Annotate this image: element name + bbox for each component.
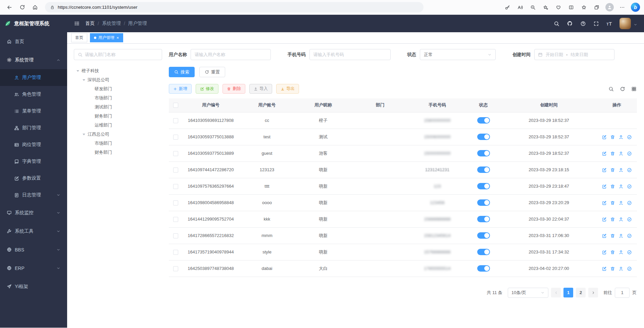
row-checkbox[interactable]: [173, 200, 178, 205]
assign-role-icon[interactable]: [627, 217, 632, 222]
address-bar[interactable]: https://ccnetcore.com:1101/system/user: [45, 2, 424, 12]
row-checkbox[interactable]: [173, 151, 178, 156]
help-icon[interactable]: [580, 21, 586, 27]
avatar-caret-icon[interactable]: [634, 23, 637, 27]
delete-icon[interactable]: [610, 135, 615, 140]
sidebar-item-menu-management[interactable]: 菜单管理: [0, 103, 67, 120]
row-checkbox[interactable]: [173, 184, 178, 189]
select-all-checkbox[interactable]: [173, 103, 178, 108]
reset-password-icon[interactable]: [618, 233, 624, 238]
browser-essentials-button[interactable]: [552, 2, 564, 13]
phone-input[interactable]: [309, 49, 391, 60]
page-size-select[interactable]: 10条/页: [508, 288, 548, 298]
tree-node[interactable]: 研发部门: [74, 84, 162, 93]
columns-icon[interactable]: [631, 86, 637, 92]
edit-icon[interactable]: [602, 250, 607, 255]
assign-role-icon[interactable]: [627, 168, 632, 173]
delete-icon[interactable]: [610, 250, 615, 255]
reset-password-icon[interactable]: [618, 200, 624, 205]
tree-node[interactable]: 橙子科技: [74, 66, 162, 75]
export-button[interactable]: 导出: [276, 84, 299, 94]
sidebar-item-yi-framework[interactable]: Yi框架: [0, 277, 67, 296]
collections-button[interactable]: [591, 2, 603, 13]
row-checkbox[interactable]: [173, 118, 178, 123]
reset-password-icon[interactable]: [618, 266, 624, 271]
assign-role-icon[interactable]: [627, 151, 632, 156]
row-checkbox[interactable]: [173, 168, 178, 173]
edit-icon[interactable]: [602, 151, 607, 156]
assign-role-icon[interactable]: [627, 233, 632, 238]
status-select[interactable]: 正常: [420, 49, 496, 60]
import-button[interactable]: 导入: [249, 84, 272, 94]
row-checkbox[interactable]: [173, 233, 178, 238]
tree-node[interactable]: 财务部门: [74, 148, 162, 157]
close-icon[interactable]: ×: [116, 36, 119, 40]
row-checkbox[interactable]: [173, 217, 178, 222]
sidebar-item-dept-management[interactable]: 部门管理: [0, 120, 67, 136]
page-button-1[interactable]: 1: [563, 288, 573, 297]
status-toggle[interactable]: [477, 232, 490, 239]
row-checkbox[interactable]: [173, 135, 178, 140]
browser-back-button[interactable]: [3, 2, 15, 13]
tab-user-management[interactable]: 用户管理×: [90, 33, 123, 42]
sidebar-toggle-icon[interactable]: [74, 20, 80, 27]
browser-refresh-button[interactable]: [16, 2, 28, 13]
reset-password-icon[interactable]: [618, 151, 624, 156]
sidebar-item-dict-management[interactable]: 字典管理: [0, 153, 67, 170]
assign-role-icon[interactable]: [627, 266, 632, 271]
browser-home-button[interactable]: [29, 2, 41, 13]
reset-button[interactable]: 重置: [199, 67, 225, 77]
tree-node[interactable]: 运维部门: [74, 121, 162, 130]
breadcrumb-item[interactable]: 首页: [85, 20, 95, 27]
assign-role-icon[interactable]: [627, 184, 632, 189]
breadcrumb-item[interactable]: 系统管理: [102, 20, 121, 27]
edit-icon[interactable]: [602, 217, 607, 222]
search-button[interactable]: 搜索: [169, 67, 195, 77]
sidebar-item-system-monitor[interactable]: 系统监控: [0, 203, 67, 222]
browser-menu-button[interactable]: [616, 2, 628, 13]
sidebar-item-param-settings[interactable]: 参数设置: [0, 170, 67, 187]
delete-icon[interactable]: [610, 200, 615, 205]
assign-role-icon[interactable]: [627, 250, 632, 255]
tree-node[interactable]: 深圳总公司: [74, 75, 162, 84]
edit-button[interactable]: 修改: [196, 84, 218, 94]
tree-node[interactable]: 测试部门: [74, 102, 162, 111]
toggle-search-icon[interactable]: [608, 86, 614, 92]
status-toggle[interactable]: [477, 167, 490, 173]
assign-role-icon[interactable]: [627, 135, 632, 140]
sidebar-item-log-management[interactable]: 日志管理: [0, 187, 67, 203]
github-icon[interactable]: [567, 20, 573, 27]
row-checkbox[interactable]: [173, 266, 178, 271]
search-icon[interactable]: [554, 21, 559, 27]
page-button-2[interactable]: 2: [576, 288, 586, 297]
tab-home[interactable]: 首页: [71, 33, 87, 42]
sidebar-item-user-management[interactable]: 用户管理: [0, 69, 67, 86]
edit-icon[interactable]: [602, 168, 607, 173]
next-page-button[interactable]: [588, 288, 598, 297]
status-toggle[interactable]: [477, 216, 490, 222]
font-size-icon[interactable]: тT: [606, 21, 612, 27]
split-screen-button[interactable]: [565, 2, 577, 13]
sidebar-item-home[interactable]: 首页: [0, 32, 67, 51]
edit-icon[interactable]: [602, 135, 607, 140]
status-toggle[interactable]: [477, 249, 490, 255]
reset-password-icon[interactable]: [618, 135, 624, 140]
status-toggle[interactable]: [477, 150, 490, 156]
reset-password-icon[interactable]: [618, 250, 624, 255]
zoom-button[interactable]: [527, 2, 539, 13]
edit-icon[interactable]: [602, 266, 607, 271]
assign-role-icon[interactable]: [627, 200, 632, 205]
status-toggle[interactable]: [477, 117, 490, 124]
tree-node[interactable]: 市场部门: [74, 139, 162, 148]
dept-search-input[interactable]: [85, 52, 158, 57]
user-avatar[interactable]: [620, 18, 631, 29]
bing-icon[interactable]: b: [631, 3, 640, 12]
status-toggle[interactable]: [477, 265, 490, 272]
breadcrumb-item[interactable]: 用户管理: [128, 20, 147, 27]
tree-node[interactable]: 江西总公司: [74, 130, 162, 139]
prev-page-button[interactable]: [551, 288, 561, 297]
username-input[interactable]: [191, 49, 271, 60]
status-toggle[interactable]: [477, 134, 490, 140]
delete-icon[interactable]: [610, 168, 615, 173]
reset-password-icon[interactable]: [618, 168, 624, 173]
